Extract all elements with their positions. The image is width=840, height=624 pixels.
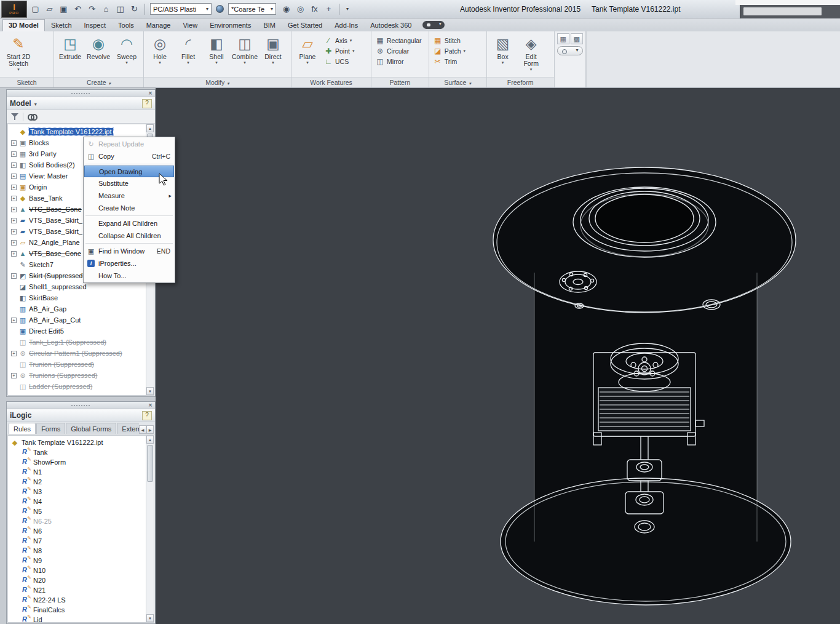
extrude-button[interactable]: ◳ Extrude (56, 33, 84, 77)
add-tool-button[interactable]: + (322, 2, 336, 16)
tab-manage[interactable]: Manage (140, 19, 177, 31)
filter-icon[interactable] (11, 113, 18, 120)
revolve-button[interactable]: ◉ Revolve (84, 33, 113, 77)
model-tree-item[interactable]: ◫ Tank_Leg:1 (Suppressed) (10, 337, 145, 348)
inventor-logo[interactable]: I PRO (1, 1, 27, 18)
tab-bim[interactable]: BIM (257, 19, 282, 31)
fillet-button[interactable]: ◜ Fillet (174, 33, 202, 77)
tab-view[interactable]: View (176, 19, 204, 31)
menu-create-note[interactable]: Create Note (84, 202, 174, 214)
ilogic-tab-rules[interactable]: Rules (9, 423, 36, 434)
new-file-button[interactable]: ▢ (28, 2, 42, 16)
local-update-button[interactable]: ↻ (127, 2, 141, 16)
tab-3d-model[interactable]: 3D Model (2, 19, 45, 31)
tree-expander-icon[interactable]: + (11, 196, 17, 201)
appearance-override-button[interactable]: ◎ (293, 2, 307, 16)
home-view-button[interactable]: ⌂ (99, 2, 113, 16)
ribbon-options-button[interactable] (557, 46, 583, 55)
tree-expander-icon[interactable]: + (11, 140, 17, 146)
stitch-button[interactable]: ▦ Stitch (431, 35, 468, 46)
appearance-combo[interactable]: *Coarse Te (228, 3, 276, 15)
menu-repeat-update[interactable]: ↻ Repeat Update (84, 138, 174, 150)
model-tree-item[interactable]: ◫ Ladder (Suppressed) (10, 381, 145, 392)
tab-scroll-left-icon[interactable] (139, 425, 146, 434)
zoom-all-button[interactable]: ◉ (279, 2, 293, 16)
direct-edit-button[interactable]: ▣ Direct (259, 33, 287, 77)
model-tree-item[interactable]: ◫ Trunion (Suppressed) (10, 359, 145, 370)
model-panel-help-button[interactable]: ? (142, 99, 152, 108)
ilogic-rule-item[interactable]: Lid (10, 615, 145, 623)
model-panel-grip[interactable]: × (7, 90, 155, 97)
tab-inspect[interactable]: Inspect (78, 19, 112, 31)
scrollbar-thumb[interactable] (147, 445, 153, 482)
rectangular-pattern-button[interactable]: ▦ Rectangular (373, 35, 427, 46)
save-button[interactable]: ▣ (57, 2, 71, 16)
tree-expander-icon[interactable]: + (11, 174, 17, 179)
menu-iproperties[interactable]: i iProperties... (84, 257, 174, 270)
model-tree-item[interactable]: ◆ Tank Template V161222.ipt (10, 126, 145, 137)
tab-scroll-right-icon[interactable] (146, 425, 154, 434)
menu-find-in-window[interactable]: ▣ Find in Window END (84, 245, 174, 257)
circular-pattern-button[interactable]: ⊛ Circular (373, 46, 427, 56)
menu-measure[interactable]: Measure (84, 190, 174, 202)
model-tree-item[interactable]: + ⊛ Trunions (Suppressed) (10, 370, 145, 381)
viewport-3d[interactable] (156, 88, 840, 624)
ilogic-panel-close-button[interactable]: × (146, 402, 155, 409)
tab-environments[interactable]: Environments (204, 19, 257, 31)
start-2d-sketch-button[interactable]: ✎ Start 2D Sketch (2, 33, 35, 77)
tree-expander-icon[interactable]: + (11, 218, 17, 223)
ribbon-extra-button-2[interactable] (571, 33, 583, 44)
autodesk360-sync-pill[interactable] (422, 21, 445, 29)
patch-button[interactable]: ◪ Patch (431, 46, 468, 56)
tab-tools[interactable]: Tools (112, 19, 140, 31)
scroll-down-icon[interactable] (146, 614, 154, 622)
model-tree-item[interactable]: ▥ AB_Air_Gap (10, 303, 145, 314)
plane-button[interactable]: ▱ Plane (293, 33, 322, 77)
ilogic-tab-global-forms[interactable]: Global Forms (66, 423, 116, 434)
ribbon-group-label-sketch[interactable]: Sketch (0, 77, 53, 87)
material-combo[interactable]: PC/ABS Plasti (150, 3, 212, 15)
tree-expander-icon[interactable]: + (11, 185, 17, 190)
ribbon-group-label-surface[interactable]: Surface (429, 77, 486, 87)
trim-button[interactable]: ✂ Trim (431, 56, 468, 66)
menu-copy[interactable]: ◫ Copy Ctrl+C (84, 150, 174, 162)
tree-expander-icon[interactable]: + (11, 351, 17, 356)
qat-customize-chevron-icon[interactable]: ▾ (343, 2, 352, 16)
freeform-box-button[interactable]: ▧ Box (489, 33, 517, 77)
tree-expander-icon[interactable]: + (11, 229, 17, 234)
edit-form-button[interactable]: ◈ Edit Form (517, 33, 545, 77)
tab-get-started[interactable]: Get Started (282, 19, 328, 31)
scroll-up-icon[interactable] (146, 124, 154, 132)
model-tree-item[interactable]: + ▥ AB_Air_Gap_Cut (10, 314, 145, 326)
menu-expand-all-children[interactable]: Expand All Children (84, 217, 174, 230)
tank-wireframe-model[interactable] (156, 88, 840, 624)
undo-button[interactable]: ↶ (71, 2, 85, 16)
tree-expander-icon[interactable]: + (11, 162, 17, 168)
ilogic-panel-help-button[interactable]: ? (142, 411, 152, 420)
open-button[interactable]: ▱ (42, 2, 57, 16)
ilogic-tab-forms[interactable]: Forms (36, 423, 65, 434)
combine-button[interactable]: ◫ Combine (231, 33, 259, 77)
tab-add-ins[interactable]: Add-Ins (328, 19, 364, 31)
find-icon[interactable] (28, 113, 39, 121)
tree-expander-icon[interactable]: + (11, 373, 17, 378)
ribbon-group-label-freeform[interactable]: Freeform (487, 77, 554, 87)
model-panel-header[interactable]: Model ? (7, 97, 155, 110)
tree-expander-icon[interactable]: + (11, 273, 17, 279)
menu-how-to[interactable]: How To... (84, 270, 174, 282)
scroll-up-icon[interactable] (146, 436, 154, 444)
point-button[interactable]: ✚ Point (322, 46, 357, 56)
model-tree-item[interactable]: + ⊛ Circular Pattern1 (Suppressed) (10, 348, 145, 359)
tree-expander-icon[interactable]: + (11, 318, 17, 323)
screen-capture-button[interactable]: ◫ (113, 2, 127, 16)
tree-expander-icon[interactable]: + (11, 207, 17, 212)
ribbon-group-label-modify[interactable]: Modify (144, 77, 291, 87)
tree-expander-icon[interactable]: + (11, 151, 17, 157)
ribbon-group-label-create[interactable]: Create (54, 77, 143, 87)
scroll-down-icon[interactable] (146, 387, 154, 395)
redo-button[interactable]: ↷ (85, 2, 99, 16)
mirror-button[interactable]: ◫ Mirror (373, 56, 427, 66)
tree-expander-icon[interactable]: + (11, 251, 17, 257)
ilogic-panel-header[interactable]: iLogic ? (7, 409, 155, 422)
menu-collapse-all-children[interactable]: Collapse All Children (84, 230, 174, 242)
